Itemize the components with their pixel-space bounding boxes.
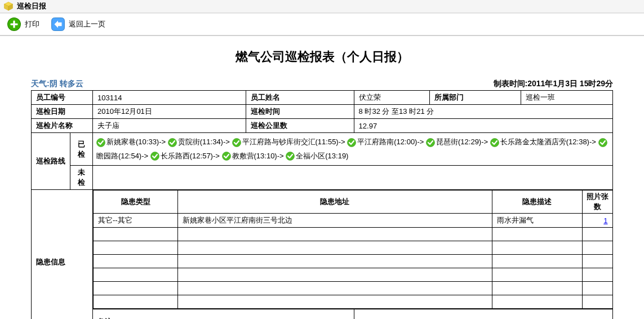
back-button[interactable]: 返回上一页 — [51, 17, 105, 32]
table-row — [94, 295, 613, 309]
svg-point-16 — [286, 152, 295, 161]
check-icon — [426, 138, 435, 147]
content-area: 燃气公司巡检报表（个人日报） 天气:阴 转多云 制表时间:2011年1月3日 1… — [0, 36, 644, 319]
label-department: 所属部门 — [429, 91, 521, 105]
svg-rect-5 — [11, 23, 18, 25]
route-checked-cell: 新姚家巷(10:33)-> 贡院街(11:34)-> 平江府路与钞库街交汇(11… — [93, 133, 613, 166]
route-point: 教敷营(13:10) — [232, 152, 277, 160]
page-title: 巡检日报 — [17, 1, 46, 11]
svg-point-13 — [598, 138, 607, 147]
route-point: 长乐路金太隆酒店旁(12:38) — [500, 138, 589, 146]
print-icon — [7, 17, 21, 32]
col-photo-count: 照片张数 — [582, 190, 612, 214]
value-mileage: 12.97 — [354, 119, 612, 133]
svg-point-14 — [150, 152, 159, 161]
label-route: 巡检路线 — [32, 133, 70, 190]
route-point: 琵琶街(12:29) — [436, 138, 481, 146]
table-row — [94, 228, 613, 241]
svg-point-9 — [232, 138, 241, 147]
label-unchecked: 未检 — [70, 166, 93, 190]
hazard-desc-cell: 雨水井漏气 — [492, 214, 582, 228]
label-mileage: 巡检公里数 — [246, 119, 354, 133]
route-point: 瞻园路(12:54) — [96, 152, 141, 160]
report-title: 燃气公司巡检报表（个人日报） — [31, 48, 613, 65]
print-label: 打印 — [25, 19, 39, 29]
check-icon — [150, 152, 159, 161]
svg-point-11 — [427, 138, 435, 147]
svg-point-15 — [222, 152, 230, 161]
svg-point-7 — [97, 138, 105, 147]
toolbar: 打印 返回上一页 — [0, 14, 644, 36]
svg-point-8 — [168, 138, 176, 147]
meta-row: 天气:阴 转多云 制表时间:2011年1月3日 15时29分 — [31, 79, 613, 89]
timestamp-text: 制表时间:2011年1月3日 15时29分 — [494, 79, 613, 89]
back-icon — [51, 17, 65, 32]
table-row — [94, 268, 613, 282]
label-area-name: 巡检片名称 — [32, 119, 93, 133]
col-hazard-desc: 隐患描述 — [492, 190, 582, 214]
hazard-table: 隐患类型 隐患地址 隐患描述 照片张数 其它--其它新姚家巷小区平江府南街三号北… — [93, 190, 613, 309]
cube-icon — [3, 1, 14, 11]
check-icon — [96, 138, 105, 147]
route-point: 贡院街(11:34) — [178, 138, 223, 146]
label-emp-name: 员工姓名 — [246, 91, 354, 105]
route-point: 全福小区(13:19) — [296, 152, 348, 160]
print-button[interactable]: 打印 — [7, 17, 39, 32]
label-hazard-info: 隐患信息 — [32, 190, 93, 319]
value-department: 巡检一班 — [521, 91, 613, 105]
photo-count-link[interactable]: 1 — [582, 214, 612, 228]
col-hazard-type: 隐患类型 — [94, 190, 178, 214]
label-emp-no: 员工编号 — [32, 91, 93, 105]
svg-point-10 — [348, 138, 356, 147]
check-icon — [232, 138, 241, 147]
check-icon — [168, 138, 177, 147]
route-point: 新姚家巷(10:33) — [106, 138, 159, 146]
route-point: 平江府路南(12:00) — [357, 138, 417, 146]
label-remark: 备注 — [93, 309, 354, 319]
table-row — [94, 241, 613, 255]
value-patrol-time: 8 时32 分 至13 时21 分 — [354, 105, 612, 119]
table-row — [94, 255, 613, 268]
hazard-type-cell: 其它--其它 — [94, 214, 178, 228]
header-bar: 巡检日报 — [0, 0, 644, 14]
check-icon — [598, 138, 607, 147]
table-row: 其它--其它新姚家巷小区平江府南街三号北边雨水井漏气1 — [94, 214, 613, 228]
route-point: 平江府路与钞库街交汇(11:55) — [242, 138, 339, 146]
route-point: 长乐路西(12:57) — [161, 152, 213, 160]
table-row — [94, 282, 613, 295]
report-table: 员工编号 103114 员工姓名 伏立荣 所属部门 巡检一班 巡检日期 2010… — [31, 90, 613, 319]
svg-point-12 — [490, 138, 499, 147]
col-hazard-addr: 隐患地址 — [178, 190, 492, 214]
check-icon — [286, 152, 295, 161]
value-patrol-date: 2010年12月01日 — [93, 105, 246, 119]
hazard-addr-cell: 新姚家巷小区平江府南街三号北边 — [178, 214, 492, 228]
value-emp-name: 伏立荣 — [354, 91, 429, 105]
back-label: 返回上一页 — [69, 19, 105, 29]
route-unchecked-cell — [93, 166, 613, 190]
value-emp-no: 103114 — [93, 91, 246, 105]
label-checked: 已检 — [70, 133, 93, 166]
weather-text: 天气:阴 转多云 — [31, 79, 83, 89]
value-area-name: 夫子庙 — [93, 119, 246, 133]
label-patrol-date: 巡检日期 — [32, 105, 93, 119]
check-icon — [490, 138, 499, 147]
value-remark: 说明：未巡检点名称(最后一次巡检时间) — [354, 309, 612, 319]
label-patrol-time: 巡检时间 — [246, 105, 354, 119]
check-icon — [347, 138, 356, 147]
check-icon — [222, 152, 231, 161]
